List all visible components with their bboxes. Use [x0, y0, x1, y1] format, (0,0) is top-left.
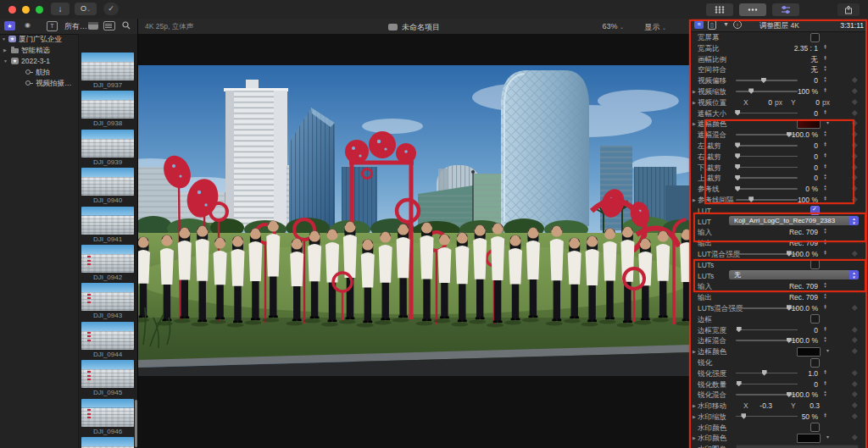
keyframe-diamond-icon[interactable] — [852, 402, 857, 407]
overlay-shortcut-button[interactable]: O⌄ — [75, 3, 97, 15]
close-window-button[interactable] — [8, 6, 16, 14]
clip-item[interactable]: DJI_0941 — [81, 207, 135, 243]
keyframe-diamond-icon[interactable] — [852, 413, 857, 418]
color-swatch[interactable] — [797, 347, 821, 357]
keyframe-diamond-icon[interactable] — [852, 337, 857, 342]
checkmark-button[interactable]: ✓ — [103, 3, 119, 15]
clip-thumbnail[interactable] — [81, 53, 134, 80]
slider[interactable] — [736, 167, 798, 169]
keyframe-diamond-icon[interactable] — [852, 391, 857, 396]
clip-item[interactable]: DJI_0937 — [81, 53, 135, 89]
slider-thumb[interactable] — [735, 164, 740, 169]
viewer-display-popup[interactable]: 显示 ⌄ — [644, 22, 666, 33]
keyframe-diamond-icon[interactable] — [852, 435, 857, 440]
slider[interactable] — [736, 80, 798, 81]
disclosure-triangle-icon[interactable]: ▼ — [2, 36, 6, 41]
sidebar-library-row[interactable]: ▼★厦门广弘企业 — [0, 34, 77, 45]
keyframe-diamond-icon[interactable] — [852, 120, 857, 125]
keyframe-diamond-icon[interactable] — [852, 381, 857, 386]
search-icon[interactable] — [122, 21, 131, 31]
clip-item[interactable]: DJI_0942 — [81, 245, 135, 281]
viewer-canvas[interactable] — [138, 34, 690, 448]
sidebar-item-2[interactable]: ▼★2022-3-1 — [0, 56, 77, 67]
clip-thumbnail[interactable] — [81, 168, 134, 196]
browser-grid-toggle-button[interactable] — [706, 3, 733, 16]
checkbox[interactable] — [810, 260, 820, 269]
slider-thumb[interactable] — [735, 142, 740, 147]
clip-item[interactable]: DJI_0947 — [81, 437, 135, 448]
keyframe-diamond-icon[interactable] — [852, 77, 857, 82]
slider-thumb[interactable] — [735, 186, 740, 191]
keyframe-diamond-icon[interactable] — [852, 153, 857, 158]
checkbox[interactable] — [810, 206, 820, 215]
clip-item[interactable]: DJI_0943 — [81, 283, 135, 319]
slider[interactable] — [736, 384, 798, 385]
clip-thumbnail[interactable] — [81, 437, 134, 448]
viewer-zoom-popup[interactable]: 63% ⌄ — [602, 22, 624, 30]
sidebar-item-3[interactable]: 航拍 — [0, 67, 77, 78]
slider[interactable] — [736, 373, 798, 374]
image-well[interactable] — [736, 445, 859, 448]
clip-item[interactable]: DJI_0940 — [81, 168, 135, 204]
keyframe-diamond-icon[interactable] — [852, 348, 857, 353]
keyframe-diamond-icon[interactable] — [852, 185, 857, 191]
titles-generators-tab-icon[interactable]: T — [47, 21, 58, 31]
slider[interactable] — [736, 329, 798, 331]
download-button[interactable]: ↓ — [51, 3, 70, 15]
clip-thumbnail[interactable] — [81, 322, 134, 350]
popup-caret-icon[interactable]: ▴▾ — [849, 216, 859, 225]
keyframe-diamond-icon[interactable] — [852, 99, 857, 104]
keyframe-diamond-icon[interactable] — [852, 110, 857, 115]
keyframe-diamond-icon[interactable] — [852, 88, 857, 93]
slider-thumb[interactable] — [735, 110, 740, 115]
popup-menu[interactable]: Koji_Arri_LogC_to_Rec709_2383▴▾ — [729, 216, 859, 225]
sidebar-item-4[interactable]: 视频拍摄… — [0, 78, 77, 89]
checkbox[interactable] — [810, 358, 820, 368]
clip-item[interactable]: DJI_0945 — [81, 360, 135, 396]
slider-thumb[interactable] — [735, 153, 740, 158]
keyframe-diamond-icon[interactable] — [852, 131, 857, 136]
slider[interactable] — [736, 113, 798, 114]
slider[interactable] — [736, 91, 798, 92]
slider-thumb[interactable] — [737, 327, 742, 332]
slider[interactable] — [736, 394, 798, 395]
zoom-window-button[interactable] — [36, 6, 43, 14]
clip-thumbnail[interactable] — [81, 360, 134, 388]
libraries-tab-icon[interactable]: ★ — [4, 21, 15, 30]
slider-thumb[interactable] — [762, 370, 767, 375]
popup-menu[interactable]: 无▴▾ — [729, 270, 859, 279]
share-button[interactable] — [837, 3, 860, 16]
slider-thumb[interactable] — [741, 413, 746, 418]
keyframe-diamond-icon[interactable] — [852, 251, 857, 256]
clip-thumbnail[interactable] — [81, 399, 134, 427]
keyframe-diamond-icon[interactable] — [852, 327, 857, 332]
slider[interactable] — [736, 145, 798, 147]
photos-audio-tab-icon[interactable]: ◉ — [25, 21, 31, 29]
checkbox[interactable] — [810, 314, 820, 324]
clip-item[interactable]: DJI_0944 — [81, 322, 135, 358]
keyframe-diamond-icon[interactable] — [852, 305, 857, 310]
slider-thumb[interactable] — [735, 175, 740, 180]
slider[interactable] — [736, 156, 798, 158]
sidebar-item-1[interactable]: ▶智能精选 — [0, 45, 77, 56]
color-swatch[interactable] — [797, 434, 821, 443]
slider[interactable] — [736, 307, 798, 309]
minimize-window-button[interactable] — [22, 6, 30, 14]
keyframe-diamond-icon[interactable] — [852, 196, 857, 202]
slider-thumb[interactable] — [748, 88, 754, 93]
slider[interactable] — [736, 134, 798, 136]
slider[interactable] — [736, 188, 798, 190]
slider[interactable] — [736, 253, 798, 255]
slider-thumb[interactable] — [737, 381, 742, 386]
keyframe-diamond-icon[interactable] — [852, 370, 857, 375]
browser-list-toggle-button[interactable] — [739, 3, 766, 16]
keyframe-diamond-icon[interactable] — [852, 174, 857, 180]
slider-thumb[interactable] — [761, 78, 766, 83]
keyframe-diamond-icon[interactable] — [852, 142, 857, 147]
clip-thumbnail[interactable] — [81, 245, 134, 273]
clip-appearance-icon[interactable] — [88, 22, 98, 30]
clip-item[interactable]: DJI_0946 — [81, 399, 135, 435]
keyframe-diamond-icon[interactable] — [852, 164, 857, 169]
checkbox[interactable] — [810, 423, 820, 432]
color-swatch[interactable] — [797, 119, 821, 129]
